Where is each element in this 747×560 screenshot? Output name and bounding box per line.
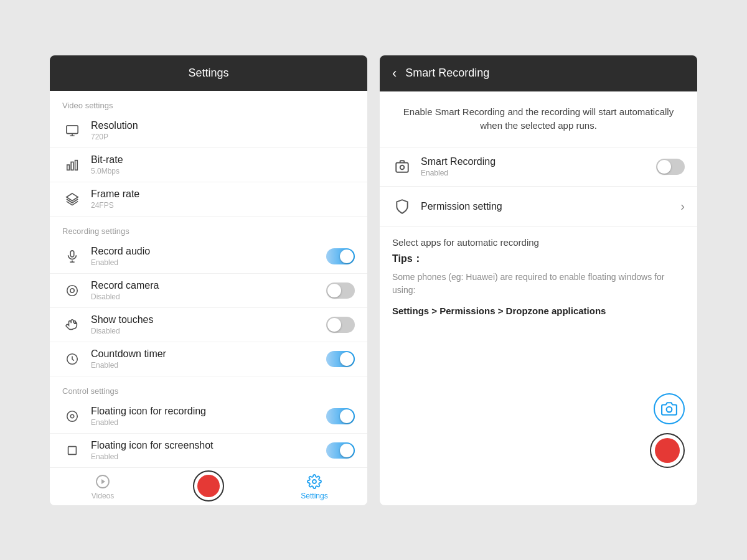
- mic-icon: [62, 246, 82, 266]
- svg-rect-3: [67, 165, 70, 170]
- svg-marker-17: [101, 479, 105, 484]
- camera-fab-button[interactable]: [654, 393, 685, 424]
- smart-recording-icon: [392, 157, 412, 177]
- back-button[interactable]: ‹: [392, 67, 397, 80]
- clock-icon: [62, 349, 82, 369]
- framerate-item: Frame rate 24FPS: [50, 182, 367, 217]
- select-apps-title: Select apps for automatic recording: [392, 237, 685, 248]
- svg-point-11: [70, 288, 74, 292]
- settings-header: Settings: [50, 55, 367, 91]
- tips-label: Tips：: [392, 253, 685, 266]
- chevron-right-icon: ›: [680, 199, 685, 213]
- record-camera-toggle[interactable]: [326, 282, 355, 299]
- smart-recording-status: Enabled: [421, 169, 656, 177]
- bitrate-value: 5.0Mbps: [91, 167, 355, 175]
- record-camera-item: Record camera Disabled: [50, 274, 367, 308]
- resolution-item: Resolution 720P: [50, 114, 367, 148]
- tips-text: Some phones (eg: Huawei) are required to…: [392, 271, 685, 297]
- svg-point-18: [312, 480, 316, 483]
- toggle-knob: [327, 284, 341, 297]
- resolution-title: Resolution: [91, 120, 355, 131]
- permission-row[interactable]: Permission setting ›: [380, 187, 697, 227]
- toggle-knob: [340, 352, 354, 366]
- chart-icon: [62, 155, 82, 175]
- floating-record-text: Floating icon for recording Enabled: [91, 406, 326, 427]
- nav-record-button[interactable]: [156, 474, 261, 502]
- countdown-status: Enabled: [91, 361, 326, 370]
- record-audio-item: Record audio Enabled: [50, 240, 367, 274]
- record-button[interactable]: [193, 470, 224, 502]
- recording-settings-label: Recording settings: [50, 217, 367, 240]
- smart-recording-toggle[interactable]: [656, 159, 685, 175]
- show-touches-text: Show touches Disabled: [91, 314, 326, 335]
- record-audio-status: Enabled: [91, 258, 326, 267]
- framerate-title: Frame rate: [91, 189, 355, 200]
- select-apps-section: Select apps for automatic recording Tips…: [380, 227, 697, 324]
- bitrate-text: Bit-rate 5.0Mbps: [91, 154, 355, 175]
- floating-screenshot-text: Floating icon for screenshot Enabled: [91, 440, 326, 461]
- smart-recording-name: Smart Recording: [421, 156, 656, 167]
- show-touches-toggle[interactable]: [326, 317, 355, 333]
- settings-body: Video settings Resolution 720P: [50, 91, 367, 467]
- floating-record-toggle[interactable]: [326, 408, 355, 424]
- resolution-value: 720P: [91, 133, 355, 141]
- nav-videos[interactable]: Videos: [50, 474, 156, 502]
- show-touches-item: Show touches Disabled: [50, 308, 367, 342]
- floating-record-item: Floating icon for recording Enabled: [50, 399, 367, 434]
- svg-rect-19: [396, 162, 408, 172]
- bitrate-item: Bit-rate 5.0Mbps: [50, 148, 367, 182]
- toggle-knob: [657, 160, 671, 174]
- video-settings-label: Video settings: [50, 91, 367, 114]
- permission-label: Permission setting: [421, 201, 680, 212]
- floating-record-status: Enabled: [91, 418, 326, 427]
- videos-nav-label: Videos: [92, 492, 114, 500]
- record-fab-inner: [655, 438, 680, 463]
- resolution-text: Resolution 720P: [91, 120, 355, 141]
- nav-settings[interactable]: Settings: [261, 474, 367, 502]
- floating-screenshot-title: Floating icon for screenshot: [91, 440, 326, 451]
- svg-rect-5: [75, 160, 78, 170]
- smart-recording-description: Enable Smart Recording and the recording…: [380, 91, 697, 147]
- countdown-toggle[interactable]: [326, 351, 355, 367]
- record-camera-text: Record camera Disabled: [91, 280, 326, 301]
- record-fab-button[interactable]: [650, 433, 685, 468]
- control-settings-label: Control settings: [50, 376, 367, 399]
- svg-rect-4: [71, 162, 73, 170]
- circle-dot-icon: [62, 406, 82, 426]
- record-audio-text: Record audio Enabled: [91, 246, 326, 267]
- countdown-text: Countdown timer Enabled: [91, 348, 326, 370]
- countdown-title: Countdown timer: [91, 348, 326, 360]
- monitor-icon: [62, 121, 82, 141]
- toggle-knob: [340, 250, 354, 263]
- record-audio-toggle[interactable]: [326, 248, 355, 264]
- svg-rect-7: [70, 250, 74, 256]
- svg-point-14: [70, 414, 74, 418]
- framerate-text: Frame rate 24FPS: [91, 189, 355, 210]
- floating-screenshot-toggle[interactable]: [326, 442, 355, 459]
- camera-circle-icon: [62, 281, 82, 301]
- floating-screenshot-status: Enabled: [91, 452, 326, 461]
- layers-icon: [62, 189, 82, 209]
- settings-nav-label: Settings: [301, 492, 327, 500]
- crop-icon: [62, 441, 82, 460]
- floating-record-title: Floating icon for recording: [91, 406, 326, 417]
- svg-rect-0: [67, 125, 78, 133]
- tips-highlight: Settings > Permissions > Dropzone applic…: [392, 304, 685, 319]
- record-camera-status: Disabled: [91, 292, 326, 301]
- bottom-nav: Videos Settings: [50, 467, 367, 505]
- shield-icon: [392, 197, 412, 217]
- countdown-item: Countdown timer Enabled: [50, 342, 367, 376]
- toggle-knob: [327, 318, 341, 332]
- smart-recording-panel: ‹ Smart Recording Enable Smart Recording…: [380, 55, 697, 505]
- show-touches-status: Disabled: [91, 327, 326, 335]
- floating-screenshot-item: Floating icon for screenshot Enabled: [50, 434, 367, 467]
- show-touches-title: Show touches: [91, 314, 326, 325]
- record-inner: [197, 475, 220, 497]
- record-camera-title: Record camera: [91, 280, 326, 291]
- svg-point-13: [67, 411, 78, 421]
- smart-recording-header: ‹ Smart Recording: [380, 55, 697, 91]
- framerate-value: 24FPS: [91, 201, 355, 210]
- svg-point-21: [667, 406, 672, 412]
- smart-recording-title: Smart Recording: [405, 67, 489, 80]
- hand-icon: [62, 315, 82, 335]
